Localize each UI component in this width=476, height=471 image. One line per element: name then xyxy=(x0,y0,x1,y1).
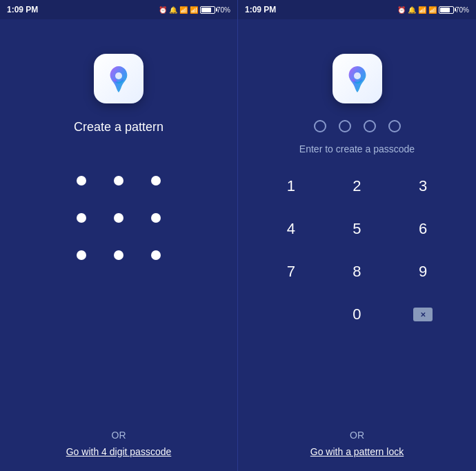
right-alternate-link[interactable]: Go with a pattern lock xyxy=(310,446,404,457)
left-status-icons: ⏰ 🔔 📶 📶 70% xyxy=(159,6,230,14)
signal-icon: 📶 xyxy=(179,6,188,14)
numpad-key-3[interactable]: 3 xyxy=(390,166,455,207)
left-alternate-link[interactable]: Go with 4 digit passcode xyxy=(66,446,172,457)
numpad-backspace[interactable] xyxy=(390,294,455,335)
passcode-dot-2 xyxy=(339,120,351,132)
numpad-key-7[interactable]: 7 xyxy=(259,251,324,292)
app-icon-left xyxy=(94,54,143,103)
left-or-section: OR Go with 4 digit passcode xyxy=(66,430,172,457)
right-notification-icon: 🔔 xyxy=(408,6,416,14)
numpad-spacer xyxy=(259,294,324,335)
pattern-dot-2[interactable] xyxy=(114,176,123,186)
app-logo-svg xyxy=(101,61,137,97)
battery-box xyxy=(200,6,215,14)
right-phone-screen: 1:09 PM ⏰ 🔔 📶 📶 70% xyxy=(238,0,476,471)
wifi-icon: 📶 xyxy=(190,6,198,14)
right-wifi-icon: 📶 xyxy=(428,6,437,14)
numpad: 1 2 3 4 5 6 7 8 9 0 xyxy=(238,166,476,335)
numpad-key-8[interactable]: 8 xyxy=(325,251,390,292)
right-status-icons: ⏰ 🔔 📶 📶 70% xyxy=(397,6,469,14)
right-signal-icon: 📶 xyxy=(418,6,426,14)
battery-percent: 70% xyxy=(217,6,230,14)
pattern-dot-6[interactable] xyxy=(151,213,161,223)
numpad-key-1[interactable]: 1 xyxy=(259,166,324,207)
passcode-dot-3 xyxy=(364,120,376,132)
numpad-key-4[interactable]: 4 xyxy=(259,208,324,250)
left-or-text: OR xyxy=(112,430,126,441)
left-status-time: 1:09 PM xyxy=(7,5,38,14)
enter-passcode-text: Enter to create a passcode xyxy=(286,143,428,154)
passcode-dot-1 xyxy=(314,120,326,132)
right-status-time: 1:09 PM xyxy=(245,5,276,14)
numpad-key-0[interactable]: 0 xyxy=(325,294,390,335)
right-or-text: OR xyxy=(350,430,364,441)
numpad-key-2[interactable]: 2 xyxy=(325,166,390,207)
pattern-dot-9[interactable] xyxy=(151,250,161,260)
left-phone-screen: 1:09 PM ⏰ 🔔 📶 📶 70% xyxy=(0,0,238,471)
pattern-screen-title: Create a pattern xyxy=(74,120,163,134)
app-logo-svg-right xyxy=(339,61,375,97)
svg-point-1 xyxy=(354,72,361,79)
alarm-icon: ⏰ xyxy=(159,6,167,14)
numpad-key-9[interactable]: 9 xyxy=(390,251,455,292)
pattern-dot-1[interactable] xyxy=(77,176,86,186)
right-battery-percent: 70% xyxy=(455,6,469,14)
left-status-bar: 1:09 PM ⏰ 🔔 📶 📶 70% xyxy=(0,0,237,19)
right-status-bar: 1:09 PM ⏰ 🔔 📶 📶 70% xyxy=(238,0,476,19)
right-battery-box xyxy=(439,6,454,14)
right-alarm-icon: ⏰ xyxy=(397,6,406,14)
passcode-dot-4 xyxy=(388,120,401,132)
svg-point-0 xyxy=(115,72,122,79)
app-icon-right xyxy=(333,54,382,103)
numpad-key-5[interactable]: 5 xyxy=(325,208,390,250)
right-battery-indicator: 70% xyxy=(439,6,469,14)
pattern-dot-4[interactable] xyxy=(77,213,86,223)
battery-fill xyxy=(201,8,211,12)
passcode-indicators xyxy=(314,120,401,132)
right-battery-fill xyxy=(440,8,450,12)
pattern-dot-5[interactable] xyxy=(114,213,123,223)
notification-icon: 🔔 xyxy=(169,6,177,14)
pattern-grid xyxy=(42,162,195,274)
backspace-icon xyxy=(413,308,433,321)
pattern-dot-3[interactable] xyxy=(151,176,161,186)
pattern-dot-7[interactable] xyxy=(77,250,86,260)
numpad-key-6[interactable]: 6 xyxy=(390,208,455,250)
right-content: Enter to create a passcode 1 2 3 4 5 6 7… xyxy=(238,19,476,471)
battery-indicator: 70% xyxy=(200,6,230,14)
right-or-section: OR Go with a pattern lock xyxy=(310,430,404,457)
pattern-dot-8[interactable] xyxy=(114,250,123,260)
